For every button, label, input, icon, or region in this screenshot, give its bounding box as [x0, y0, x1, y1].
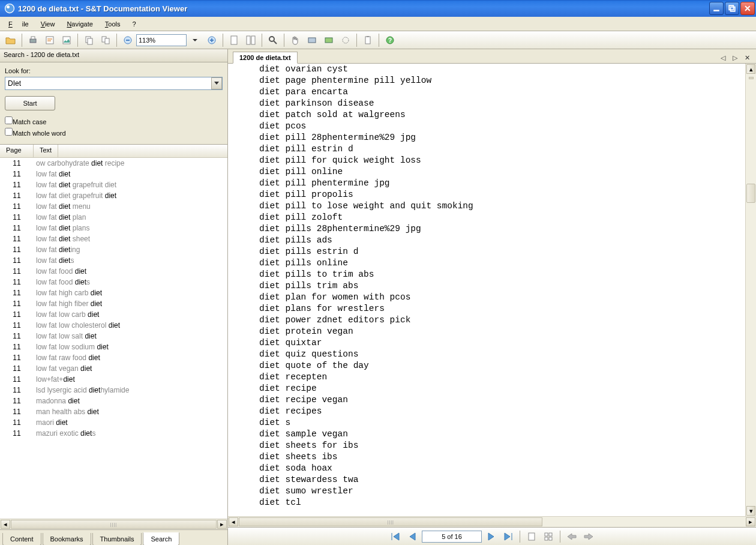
- result-page: 11: [0, 289, 34, 297]
- clipboard-icon[interactable]: [360, 33, 376, 47]
- scroll-left-icon[interactable]: ◂: [1, 520, 10, 529]
- result-row[interactable]: 11low fat food diet: [0, 266, 227, 277]
- result-row[interactable]: 11low fat high carb diet: [0, 288, 227, 298]
- last-page-icon[interactable]: [501, 530, 515, 543]
- result-row[interactable]: 11low fat low salt diet: [0, 331, 227, 342]
- page-field[interactable]: [422, 531, 482, 543]
- result-row[interactable]: 11low fat diet sheet: [0, 233, 227, 244]
- select-image-icon[interactable]: [59, 33, 74, 47]
- menu-file[interactable]: File: [4, 19, 34, 29]
- search-dropdown-icon[interactable]: [211, 77, 222, 89]
- result-row[interactable]: 11low fat raw food diet: [0, 352, 227, 363]
- tool-icon-3[interactable]: [338, 33, 353, 47]
- result-page: 11: [0, 300, 34, 308]
- result-row[interactable]: 11maori diet: [0, 417, 227, 428]
- col-text[interactable]: Text: [34, 145, 58, 157]
- svg-rect-12: [88, 38, 92, 44]
- tab-content[interactable]: Content: [2, 533, 41, 545]
- print-icon[interactable]: [25, 33, 41, 47]
- tool-icon-1[interactable]: [304, 33, 320, 47]
- result-row[interactable]: 11madonna diet: [0, 396, 227, 406]
- help-icon[interactable]: ?: [382, 33, 398, 47]
- result-row[interactable]: 11low fat diet grapefruit diet: [0, 190, 227, 201]
- zoom-in-icon[interactable]: [204, 33, 220, 47]
- open-icon[interactable]: [3, 33, 19, 47]
- result-row[interactable]: 11man health abs diet: [0, 406, 227, 417]
- scroll-left-icon[interactable]: ◂: [229, 517, 238, 526]
- result-row[interactable]: 11low fat diet plans: [0, 223, 227, 233]
- copy-all-icon[interactable]: [98, 33, 113, 47]
- minimize-button[interactable]: [709, 2, 724, 15]
- single-page-view-icon[interactable]: [524, 530, 539, 543]
- match-case-checkbox[interactable]: Match case: [5, 116, 223, 125]
- next-page-icon[interactable]: [484, 530, 499, 543]
- continuous-view-icon[interactable]: [541, 530, 556, 543]
- start-button[interactable]: Start: [5, 96, 55, 110]
- svg-point-27: [343, 37, 349, 43]
- results-hscrollbar[interactable]: ◂ |||| ▸: [0, 519, 227, 529]
- result-row[interactable]: 11low fat diet: [0, 169, 227, 179]
- menu-tools[interactable]: Tools: [100, 19, 125, 29]
- tab-prev-icon[interactable]: ◁: [719, 53, 727, 62]
- tool-icon-2[interactable]: [321, 33, 337, 47]
- menu-navigate[interactable]: Navigate: [62, 19, 97, 29]
- nav-back-icon[interactable]: [565, 530, 579, 543]
- result-row[interactable]: 11low fat diet plan: [0, 212, 227, 223]
- hand-icon[interactable]: [287, 33, 303, 47]
- select-text-icon[interactable]: [42, 33, 58, 47]
- find-icon[interactable]: [265, 33, 281, 47]
- match-whole-word-checkbox[interactable]: Match whole word: [5, 128, 223, 137]
- scroll-right-icon[interactable]: ▸: [217, 520, 227, 529]
- first-page-icon[interactable]: [388, 530, 403, 543]
- prev-page-icon[interactable]: [405, 530, 419, 543]
- scroll-up-icon[interactable]: ▴: [746, 64, 755, 74]
- results-list[interactable]: 11ow carbohydrate diet recipe11low fat d…: [0, 158, 227, 519]
- doc-vscrollbar[interactable]: ▴ ▾: [745, 64, 756, 516]
- facing-pages-icon[interactable]: [243, 33, 259, 47]
- result-row[interactable]: 11low fat dieting: [0, 244, 227, 255]
- copy-icon[interactable]: [81, 33, 97, 47]
- close-button[interactable]: ✕: [740, 2, 755, 15]
- result-row[interactable]: 11low fat diet menu: [0, 201, 227, 212]
- tab-bookmarks[interactable]: Bookmarks: [43, 533, 91, 545]
- scroll-right-icon[interactable]: ▸: [746, 517, 755, 526]
- tab-next-icon[interactable]: ▷: [731, 53, 739, 62]
- result-row[interactable]: 11ow carbohydrate diet recipe: [0, 158, 227, 169]
- zoom-out-icon[interactable]: [120, 33, 136, 47]
- scroll-vthumb[interactable]: [746, 184, 755, 203]
- tab-search[interactable]: Search: [143, 532, 179, 545]
- result-row[interactable]: 11low fat low sodium diet: [0, 342, 227, 352]
- doc-line: diet pcos: [259, 121, 745, 132]
- tab-close-icon[interactable]: ✕: [743, 53, 751, 62]
- col-page[interactable]: Page: [0, 145, 34, 157]
- doc-line: diet ovarian cyst: [259, 64, 745, 75]
- search-input[interactable]: [5, 77, 223, 90]
- result-row[interactable]: 11low fat vegan diet: [0, 363, 227, 374]
- nav-forward-icon[interactable]: [581, 530, 596, 543]
- result-row[interactable]: 11mazuri exotic diets: [0, 428, 227, 439]
- document-body[interactable]: diet ovarian cystdiet page phentermine p…: [228, 64, 745, 516]
- zoom-input[interactable]: [136, 34, 187, 46]
- scroll-down-icon[interactable]: ▾: [746, 506, 755, 516]
- menu-view[interactable]: View: [36, 19, 60, 29]
- scroll-thumb[interactable]: ||||: [11, 520, 217, 529]
- menu-help[interactable]: ?: [128, 19, 141, 29]
- result-row[interactable]: 11low fat diet grapefruit diet: [0, 179, 227, 190]
- result-row[interactable]: 11low fat food diets: [0, 277, 227, 288]
- tab-thumbnails[interactable]: Thumbnails: [92, 533, 142, 545]
- scroll-hthumb[interactable]: ||||: [239, 517, 542, 526]
- single-page-icon[interactable]: [226, 33, 242, 47]
- zoom-dropdown-icon[interactable]: [187, 33, 203, 47]
- result-page: 11: [0, 170, 34, 178]
- result-row[interactable]: 11low fat high fiber diet: [0, 298, 227, 309]
- result-row[interactable]: 11low fat diets: [0, 255, 227, 266]
- result-row[interactable]: 11low+fat+diet: [0, 374, 227, 385]
- doc-line: diet pills estrin d: [259, 246, 745, 257]
- result-row[interactable]: 11lsd lysergic acid diethylamide: [0, 385, 227, 396]
- result-row[interactable]: 11low fat low carb diet: [0, 309, 227, 320]
- result-text: low fat food diets: [34, 278, 227, 286]
- result-row[interactable]: 11low fat low cholesterol diet: [0, 320, 227, 331]
- maximize-button[interactable]: [725, 2, 739, 15]
- doc-hscrollbar[interactable]: ◂ |||| ▸: [228, 516, 756, 527]
- doc-tab[interactable]: 1200 de dieta.txt: [233, 52, 298, 64]
